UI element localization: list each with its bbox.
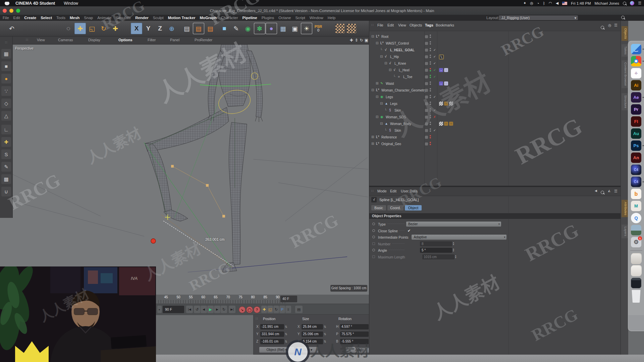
points-mode-icon[interactable]: ∵ — [1, 86, 11, 96]
rotation-b-field[interactable]: -5.555 ° — [340, 339, 369, 344]
collapse-icon[interactable]: ⊟ — [371, 35, 374, 38]
record-position-toggle[interactable]: ✚ — [261, 306, 267, 313]
dock-system-preferences-icon[interactable]: ⚙1 — [631, 237, 641, 247]
psr-button[interactable]: PSR 0 — [313, 23, 324, 34]
tree-row-l-knee[interactable]: ⊟ √ L_Knee ✓ — [369, 60, 621, 67]
tab-coord[interactable]: Coord. — [387, 205, 404, 210]
record-rotation-toggle[interactable]: ↻ — [273, 306, 279, 313]
coord-size-dropdown[interactable]: Size ▾ — [297, 347, 318, 353]
am-menu-mode[interactable]: Mode — [377, 189, 387, 193]
apple-menu-icon[interactable] — [5, 1, 9, 5]
undo-button[interactable]: ↶ — [4, 23, 19, 34]
enable-check[interactable]: ✓ — [433, 62, 436, 65]
lock-y-axis-button[interactable]: Y — [143, 23, 154, 34]
rotate-tool-button[interactable]: ↻ — [98, 23, 109, 34]
viewport-menu-options[interactable]: Options — [118, 38, 132, 42]
collapse-icon[interactable]: ⊟ — [371, 88, 374, 92]
make-editable-icon[interactable]: ▦ — [1, 49, 11, 59]
dock-flash-icon[interactable]: Fl — [631, 116, 641, 127]
camera-button[interactable]: ▣ — [289, 23, 301, 34]
menu-render[interactable]: Render — [135, 16, 149, 20]
collapse-icon[interactable]: ⊟ — [380, 122, 383, 125]
current-frame-field[interactable]: 90 F — [163, 306, 184, 313]
visibility-dots[interactable] — [430, 142, 431, 146]
visibility-dots[interactable] — [430, 115, 431, 119]
dock-cinema4d-icon[interactable]: C4 — [631, 165, 641, 175]
weight-tag[interactable]: ⁘ — [444, 122, 448, 126]
layer-chip[interactable] — [425, 109, 428, 112]
record-parameter-toggle[interactable]: P — [279, 306, 285, 313]
menu-mesh[interactable]: Mesh — [70, 16, 79, 20]
visibility-dots[interactable] — [430, 128, 431, 132]
dock-chrome-icon[interactable] — [631, 56, 641, 66]
position-z-field[interactable]: -165.01 cm — [260, 339, 284, 344]
dock-window-preview-icon[interactable] — [631, 278, 641, 288]
layer-chip[interactable] — [425, 142, 428, 145]
tree-row-waist-control[interactable]: ⊟ L⁰ WAIST_Control — [369, 40, 621, 47]
panel-handle-icon[interactable]: ∷ — [1, 38, 11, 47]
menu-plugins[interactable]: Plugins — [262, 16, 274, 20]
intermediate-points-dropdown[interactable]: Adaptive▾ — [412, 235, 506, 240]
goto-start-icon[interactable]: |◀ — [186, 306, 193, 313]
enable-check[interactable]: ✓ — [433, 109, 436, 112]
dock-finder-icon[interactable]: ‿ — [631, 44, 641, 54]
coordinate-system-button[interactable]: ⊕ — [166, 23, 177, 34]
constraint-tag[interactable]: ⌄ — [439, 68, 443, 72]
previous-frame-icon[interactable]: ◀ — [201, 306, 207, 313]
snap-icon[interactable]: ∪ — [1, 187, 11, 196]
collapse-icon[interactable]: ⊟ — [384, 61, 387, 65]
time-machine-icon[interactable]: ◔ — [537, 1, 539, 5]
spline-pen-button[interactable]: ✎ — [230, 23, 242, 34]
tree-row-skin[interactable]: └ § Skin ✓ — [369, 127, 621, 134]
menu-select[interactable]: Select — [41, 16, 52, 20]
window-titlebar[interactable]: Character_Rig_Controllers_JJ_01.c4d * (S… — [0, 6, 644, 15]
menu-pipeline[interactable]: Pipeline — [243, 16, 257, 20]
size-x-field[interactable]: 25.84 cm — [302, 324, 323, 329]
visibility-dots[interactable] — [430, 135, 431, 139]
material-render-icon[interactable] — [347, 24, 356, 33]
dock-slack-icon[interactable]: ⁘ — [631, 68, 641, 78]
side-tab-content-browser[interactable]: Content Browser — [622, 60, 628, 88]
dock-photoshop-icon[interactable]: Ps — [631, 140, 641, 151]
dock-premiere-icon[interactable]: Pr — [631, 104, 641, 115]
layer-chip[interactable] — [425, 69, 428, 72]
am-menu-icon[interactable]: ☰ — [614, 189, 618, 193]
tree-row-l-heel-goal[interactable]: └ √ L_HEEL_GOAL ✓ — [369, 47, 621, 54]
menubar-clock[interactable]: Fri 1:48 PM — [571, 1, 591, 5]
viewport-menu-display[interactable]: Display — [88, 38, 100, 42]
workplane-icon[interactable]: ∟ — [1, 125, 11, 134]
tab-object[interactable]: Object — [405, 205, 422, 210]
texture-mode-icon[interactable]: ● — [1, 74, 11, 83]
autokey-icon[interactable]: ◯ — [246, 306, 253, 313]
render-settings-button[interactable]: ▤ — [205, 23, 216, 34]
tree-row-l-heel[interactable]: ⊟ √ L_Heel ✓ ⌄⁞ — [369, 67, 621, 74]
visibility-dots[interactable] — [430, 35, 431, 39]
layer-chip[interactable] — [425, 42, 428, 45]
viewport-menu-cameras[interactable]: Cameras — [58, 38, 73, 42]
close-spline-checkbox[interactable]: ✔ — [408, 229, 411, 233]
enable-check[interactable]: ✓ — [433, 129, 436, 132]
bluetooth-icon[interactable]: ᛒ — [543, 1, 545, 5]
tree-row-woman-body[interactable]: ⊟ ▲ Woman_Body ⁘⁘ — [369, 121, 621, 127]
dock-quicktime-icon[interactable]: Q — [631, 213, 641, 223]
animation-dot-icon[interactable] — [372, 223, 375, 225]
menu-edit[interactable]: Edit — [13, 16, 20, 20]
visibility-dots[interactable] — [430, 88, 431, 92]
animation-dot-icon[interactable] — [372, 229, 375, 232]
viewport-menu-panel[interactable]: Panel — [170, 38, 179, 42]
texture-tag[interactable] — [439, 102, 443, 106]
viewport-zoom-icon[interactable]: ⇕ — [354, 38, 359, 43]
edges-mode-icon[interactable]: ◇ — [1, 99, 11, 108]
coord-mode-dropdown[interactable]: Object (Rel) ▾ — [259, 347, 294, 353]
object-properties-header[interactable]: Object Properties — [369, 213, 621, 219]
visibility-dots[interactable] — [430, 55, 431, 59]
wifi-icon[interactable]: ◠ — [549, 1, 552, 5]
tree-row-skin[interactable]: └ § Skin ✓ — [369, 107, 621, 114]
menu-window[interactable]: Window — [310, 16, 323, 20]
collapse-icon[interactable]: ⊟ — [376, 41, 378, 45]
layer-chip[interactable] — [425, 62, 428, 65]
collapse-icon[interactable]: ⊟ — [376, 95, 378, 99]
om-menu-edit[interactable]: Edit — [387, 23, 394, 27]
dock-documents-stack-icon[interactable] — [631, 254, 641, 264]
panel-handle-icon[interactable]: ∷ — [26, 38, 28, 42]
